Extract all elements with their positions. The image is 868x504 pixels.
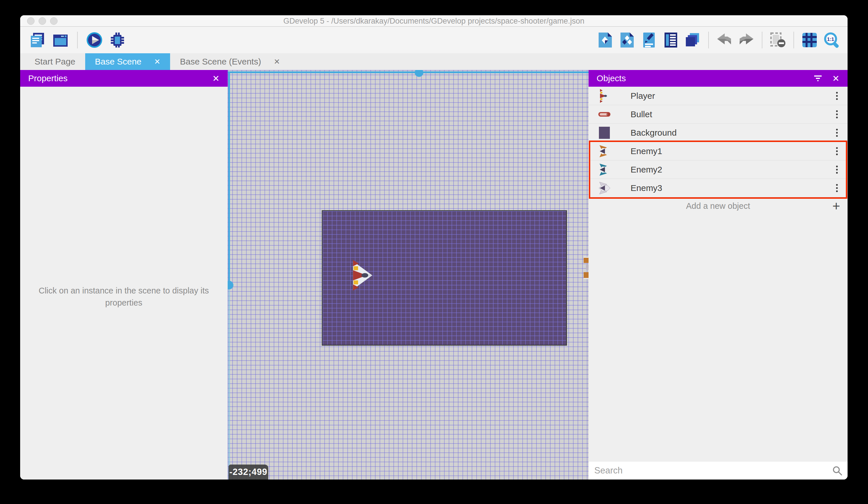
object-name: Player — [631, 91, 655, 101]
object-row-bullet[interactable]: Bullet — [589, 105, 848, 123]
tab-close-icon[interactable]: ✕ — [154, 57, 161, 66]
object-name: Enemy3 — [631, 183, 662, 193]
instances-list-icon[interactable] — [662, 31, 680, 49]
debug-icon[interactable] — [109, 31, 126, 49]
toolbar-right-group: 1:1 — [597, 31, 840, 49]
svg-text:1:1: 1:1 — [827, 37, 834, 42]
objects-search-bar — [589, 462, 848, 480]
enemy-instance-partial[interactable] — [583, 272, 589, 279]
properties-empty-message: Click on an instance in the scene to dis… — [38, 284, 210, 309]
selection-handle-top[interactable] — [415, 70, 423, 77]
gdevelop-window: GDevelop 5 - /Users/dkarakay/Documents/G… — [20, 15, 848, 480]
properties-panel: Properties ✕ Click on an instance in the… — [20, 70, 228, 480]
background-swatch-icon — [597, 126, 612, 139]
selection-handle-left[interactable] — [228, 281, 234, 290]
enemy2-ship-icon — [597, 163, 612, 176]
enemy1-ship-icon — [597, 144, 612, 158]
tab-start-page[interactable]: Start Page — [25, 53, 85, 70]
close-icon[interactable]: ✕ — [832, 73, 839, 83]
scene-canvas[interactable]: -232;499 — [228, 70, 589, 480]
window-mask-icon[interactable] — [769, 31, 787, 49]
main-area: Properties ✕ Click on an instance in the… — [20, 70, 848, 480]
tab-label: Base Scene (Events) — [180, 57, 261, 67]
objects-panel-title: Objects — [597, 73, 626, 83]
cursor-coordinates-badge: -232;499 — [228, 465, 268, 480]
add-object-row[interactable]: Add a new object + — [589, 197, 848, 214]
objects-search-input[interactable] — [589, 465, 832, 476]
zoom-1-1-icon[interactable]: 1:1 — [823, 31, 840, 49]
object-row-enemy2[interactable]: Enemy2 — [589, 160, 848, 179]
objects-list: Player Bullet — [589, 87, 848, 197]
toolbar-separator — [77, 32, 78, 48]
enemy3-ship-icon — [597, 181, 612, 195]
enemy-instance-partial[interactable] — [583, 256, 589, 263]
redo-icon[interactable] — [737, 31, 755, 49]
properties-editor-icon[interactable] — [640, 31, 658, 49]
close-icon[interactable]: ✕ — [213, 73, 220, 83]
tab-base-scene-events[interactable]: Base Scene (Events) ✕ — [170, 53, 290, 70]
object-groups-icon[interactable] — [619, 31, 636, 49]
tab-close-icon[interactable]: ✕ — [274, 57, 280, 66]
layers-icon[interactable] — [684, 31, 701, 49]
object-row-enemy3[interactable]: Enemy3 — [589, 179, 848, 197]
player-ship-icon — [597, 89, 612, 103]
tab-base-scene[interactable]: Base Scene ✕ — [85, 53, 170, 70]
tab-label: Start Page — [34, 57, 75, 67]
window-title: GDevelop 5 - /Users/dkarakay/Documents/G… — [20, 15, 848, 27]
tab-label: Base Scene — [95, 57, 142, 67]
properties-panel-title: Properties — [28, 73, 68, 83]
object-menu-icon[interactable] — [834, 164, 839, 175]
add-icon[interactable]: + — [832, 199, 840, 213]
object-name: Enemy1 — [631, 146, 662, 156]
bullet-icon — [597, 111, 612, 117]
titlebar: GDevelop 5 - /Users/dkarakay/Documents/G… — [20, 15, 848, 27]
object-menu-icon[interactable] — [834, 90, 839, 102]
enemy-instance-partial[interactable] — [586, 265, 589, 270]
undo-icon[interactable] — [716, 31, 733, 49]
selection-edge-left-faded — [228, 289, 230, 480]
objects-panel-header: Objects ✕ — [589, 70, 848, 87]
objects-editor-icon[interactable] — [597, 31, 614, 49]
objects-panel: Objects ✕ — [589, 70, 848, 480]
object-name: Bullet — [631, 109, 652, 119]
search-icon — [832, 465, 843, 476]
grid-icon[interactable] — [801, 31, 818, 49]
object-menu-icon[interactable] — [834, 127, 839, 139]
toolbar-separator — [708, 32, 709, 48]
object-menu-icon[interactable] — [834, 145, 839, 157]
toolbar-separator — [794, 32, 794, 48]
object-row-background[interactable]: Background — [589, 123, 848, 142]
object-row-enemy1[interactable]: Enemy1 — [589, 142, 848, 160]
object-name: Enemy2 — [631, 165, 662, 174]
scene-window-icon[interactable] — [52, 31, 69, 49]
toolbar-left-group — [29, 31, 126, 49]
player-instance[interactable] — [352, 260, 374, 291]
toolbar: 1:1 — [20, 27, 848, 53]
filter-icon[interactable] — [813, 74, 823, 83]
project-manager-icon[interactable] — [29, 31, 46, 49]
object-row-player[interactable]: Player — [589, 87, 848, 105]
toolbar-separator — [762, 32, 762, 48]
object-name: Background — [631, 128, 676, 138]
play-preview-icon[interactable] — [86, 31, 103, 49]
add-object-label: Add a new object — [686, 201, 750, 211]
object-menu-icon[interactable] — [834, 109, 839, 120]
properties-panel-header: Properties ✕ — [20, 70, 228, 87]
selection-edge-left — [228, 71, 230, 285]
selection-edge-top — [228, 71, 589, 73]
object-menu-icon[interactable] — [834, 182, 839, 194]
tab-bar: Start Page Base Scene ✕ Base Scene (Even… — [20, 53, 848, 70]
